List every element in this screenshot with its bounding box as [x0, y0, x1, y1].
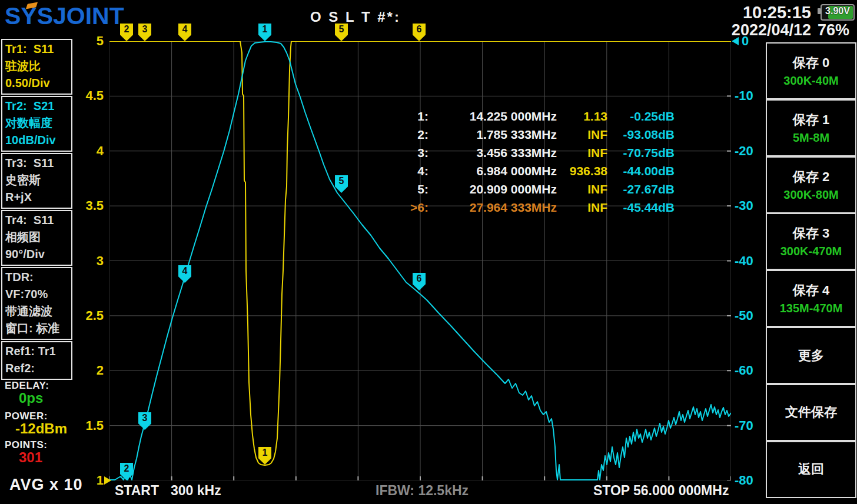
- marker-pin-1-top[interactable]: 1: [258, 24, 271, 41]
- marker-freq-cell: 27.964 333MHz: [428, 201, 557, 219]
- db-axis-tick-label: -20: [735, 143, 770, 159]
- brand-logo-text: SYSJOINT: [5, 2, 124, 29]
- marker-val-cell: INF: [557, 182, 607, 201]
- swr-axis-tick-label: 3: [73, 253, 104, 269]
- trace-box-line: TDR:: [5, 269, 68, 286]
- db-axis-tick-label: -70: [735, 418, 770, 433]
- start-label: START: [115, 483, 159, 499]
- trace-box-line: 对数幅度: [5, 115, 68, 132]
- trace-box-line: 带通滤波: [5, 303, 68, 320]
- marker-freq-cell: 3.456 333MHz: [428, 146, 557, 164]
- calibration-status: O S L T #*:: [310, 9, 401, 25]
- menu-button-range: 300K-470M: [780, 245, 842, 258]
- trace-box-line: Ref1: Tr1: [5, 343, 68, 360]
- trace-settings-panel: Tr1: S11驻波比0.50/DivTr2: S21对数幅度10dB/DivT…: [1, 39, 72, 381]
- points-value: 301: [19, 449, 42, 466]
- trace-box-line: Tr4: S11: [5, 212, 68, 229]
- marker-db-cell: -0.25dB: [607, 109, 675, 128]
- stop-label: STOP: [593, 483, 630, 499]
- trace-box-line: Tr2: S21: [5, 98, 68, 115]
- stop-value: 56.000 000MHz: [633, 483, 729, 499]
- swr-axis-tick-label: 2: [73, 363, 104, 378]
- menu-button-save0[interactable]: 保存 0300K-40M: [766, 42, 856, 99]
- db-axis-tick-label: -60: [735, 363, 770, 378]
- marker-freq-cell: 1.785 333MHz: [428, 128, 557, 146]
- marker-table-row: >6:27.964 333MHzINF-45.44dB: [377, 201, 675, 219]
- menu-button-label: 保存 1: [793, 111, 829, 129]
- trace-box-tr4[interactable]: Tr4: S11相频图90°/Div: [1, 210, 72, 266]
- brand-logo: SYSJOINT: [5, 2, 124, 30]
- swr-axis-tick-label: 1.5: [73, 418, 104, 433]
- trace-box-line: 驻波比: [5, 58, 68, 75]
- marker-db-cell: -45.44dB: [607, 201, 675, 219]
- marker-pin-2-top[interactable]: 2: [120, 24, 133, 41]
- marker-val-cell: INF: [557, 146, 607, 164]
- marker-db-cell: -27.67dB: [607, 182, 675, 201]
- marker-val-cell: 936.38: [557, 164, 607, 182]
- trace-box-line: 窗口: 标准: [5, 320, 68, 337]
- marker-pin-4-top[interactable]: 4: [178, 24, 191, 41]
- trace-box-tr2[interactable]: Tr2: S21对数幅度10dB/Div: [1, 96, 72, 152]
- marker-num-cell: 1:: [377, 109, 428, 128]
- edelay-value: 0ps: [19, 390, 43, 406]
- marker-num-cell: 2:: [377, 128, 428, 146]
- db-axis-tick-label: -80: [735, 473, 770, 488]
- marker-freq-cell: 20.909 000MHz: [428, 182, 557, 201]
- db-axis-tick-label: -40: [735, 253, 770, 269]
- swr-axis-tick-label: 5: [73, 34, 104, 49]
- marker-val-cell: 1.13: [557, 109, 607, 128]
- menu-button-range: 300K-80M: [783, 188, 838, 202]
- menu-button-label: 保存 3: [793, 225, 829, 242]
- averaging-indicator: AVG x 10: [9, 476, 83, 494]
- trace-box-line: Tr1: S11: [5, 41, 68, 58]
- db-axis-tick-label: -50: [735, 308, 770, 323]
- menu-button-more[interactable]: 更多: [766, 327, 856, 384]
- menu-button-back[interactable]: 返回: [766, 441, 856, 498]
- sweep-plot: [109, 41, 731, 480]
- menu-button-save1[interactable]: 保存 15M-8M: [766, 99, 856, 156]
- clock-time: 10:25:15: [718, 3, 811, 22]
- trace-box-ref[interactable]: Ref1: Tr1Ref2:: [1, 341, 72, 380]
- marker-readout-table: 1:14.225 000MHz1.13-0.25dB2:1.785 333MHz…: [377, 109, 675, 219]
- grid-lines: [109, 41, 731, 480]
- trace-box-tr1[interactable]: Tr1: S11驻波比0.50/Div: [1, 39, 72, 95]
- marker-num-cell: >6:: [377, 201, 428, 219]
- marker-table-row: 3:3.456 333MHzINF-70.75dB: [377, 146, 675, 164]
- marker-table-row: 2:1.785 333MHzINF-93.08dB: [377, 128, 675, 146]
- marker-table-row: 5:20.909 000MHzINF-27.67dB: [377, 182, 675, 201]
- trace-box-tr3[interactable]: Tr3: S11史密斯R+jX: [1, 153, 72, 209]
- marker-val-cell: INF: [557, 201, 607, 219]
- swr-axis-tick-label: 2.5: [73, 308, 104, 323]
- trace-box-tdr[interactable]: TDR:VF:70%带通滤波窗口: 标准: [1, 267, 72, 340]
- menu-button-save3[interactable]: 保存 3300K-470M: [766, 213, 856, 270]
- menu-button-label: 保存 0: [793, 54, 829, 72]
- menu-button-label: 更多: [798, 347, 824, 365]
- battery-terminal-icon: [818, 8, 821, 14]
- db-axis-tick-label: -30: [735, 198, 770, 213]
- menu-button-label: 保存 2: [793, 168, 829, 186]
- trace-box-line: 史密斯: [5, 172, 68, 189]
- trace-box-line: 相频图: [5, 229, 68, 246]
- marker-freq-cell: 6.984 000MHz: [428, 164, 557, 182]
- battery-icon: 3.90V: [821, 4, 855, 21]
- marker-db-cell: -93.08dB: [607, 128, 675, 146]
- marker-pin-6-top[interactable]: 6: [413, 24, 426, 41]
- trace-box-line: 0.50/Div: [5, 75, 68, 92]
- marker-db-cell: -44.00dB: [607, 164, 675, 182]
- swr-axis-tick-label: 1: [73, 473, 104, 488]
- menu-button-label: 返回: [798, 460, 824, 478]
- marker-pin-5-top[interactable]: 5: [335, 24, 348, 41]
- marker-pin-3-top[interactable]: 3: [138, 24, 151, 41]
- battery-voltage: 3.90V: [822, 6, 853, 16]
- marker-num-cell: 5:: [377, 182, 428, 201]
- tr1-reference-marker-icon: [104, 476, 111, 485]
- menu-button-save4[interactable]: 保存 4135M-470M: [766, 270, 856, 327]
- swr-axis-tick-label: 4: [73, 143, 104, 159]
- menu-button-range: 300K-40M: [783, 74, 838, 88]
- db-axis-tick-label: -10: [735, 88, 770, 104]
- trace-box-line: R+jX: [5, 189, 68, 206]
- menu-button-save2[interactable]: 保存 2300K-80M: [766, 156, 856, 213]
- menu-button-file-save[interactable]: 文件保存: [766, 384, 856, 441]
- marker-val-cell: INF: [557, 128, 607, 146]
- tr2-reference-marker-icon: [732, 37, 739, 45]
